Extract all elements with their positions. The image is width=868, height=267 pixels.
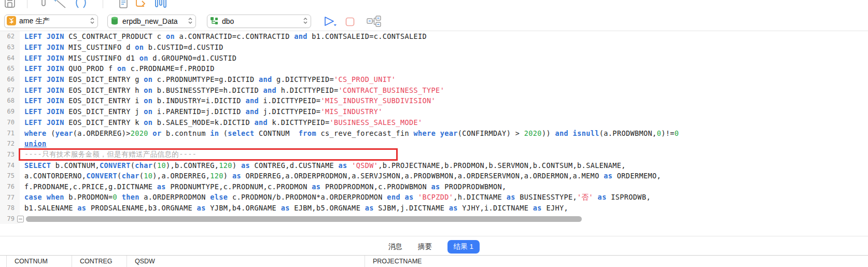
explain-plan-button[interactable] — [366, 16, 382, 30]
toolbar-separator — [103, 0, 103, 8]
line-number: 70 — [0, 117, 20, 128]
stepper-icon — [303, 17, 308, 26]
code-text: LEFT JOIN QUO_PROD f on c.PRODNAME=f.PRO… — [20, 64, 215, 73]
code-line-62[interactable]: 62LEFT JOIN CS_CONTRACT_PRODUCT c on a.C… — [0, 31, 868, 42]
results-table-header: CONTNUMCONTREGQSDWPROJECTNAME — [0, 255, 868, 267]
code-line-67[interactable]: 67LEFT JOIN EOS_DICT_ENTRY h on b.BUSINE… — [0, 85, 868, 95]
schema-icon — [209, 16, 219, 27]
database-value: erpdb_new_Data — [122, 17, 178, 25]
line-number: 76 — [0, 181, 20, 192]
results-tab-3[interactable]: 结果 1 — [447, 240, 480, 254]
horizontal-scrollbar-thumb[interactable] — [26, 216, 582, 222]
run-button[interactable] — [323, 16, 338, 30]
database-icon — [110, 16, 119, 27]
connection-select[interactable]: ame 生产 — [4, 15, 98, 28]
line-number: 73 — [0, 149, 20, 160]
code-fold-toggle[interactable] — [17, 216, 24, 222]
pin-icon[interactable] — [37, 0, 50, 9]
code-line-75[interactable]: 75a.CONTORDERNO,CONVERT(char(10),a.ORDER… — [0, 171, 868, 181]
sql-editor-window: ame 生产 erpdb_new_Data dbo — [0, 0, 868, 267]
histogram-icon[interactable] — [153, 0, 166, 9]
code-line-79[interactable]: 79 — [0, 214, 868, 224]
connection-value: ame 生产 — [19, 17, 50, 26]
code-text: b1.SALENAME as PRODSALENAME,b3.ORGNAME a… — [20, 204, 568, 212]
results-tab-1[interactable]: 消息 — [388, 242, 402, 251]
schema-select[interactable]: dbo — [207, 15, 311, 28]
code-text: where (year(a.ORDERREG)>2020 or b.contnu… — [20, 129, 679, 137]
stop-button[interactable] — [345, 17, 355, 29]
code-line-69[interactable]: 69LEFT JOIN EOS_DICT_ENTRY j on i.PARENT… — [0, 106, 868, 117]
code-text: LEFT JOIN EOS_DICT_ENTRY j on i.PARENTID… — [20, 107, 383, 116]
line-number: 71 — [0, 128, 20, 138]
line-number: 74 — [0, 160, 20, 171]
code-text: LEFT JOIN MIS_CUSTINFO d on b.CUSTID=d.C… — [20, 43, 223, 51]
editor-lines: 62LEFT JOIN CS_CONTRACT_PRODUCT c on a.C… — [0, 31, 868, 224]
code-text: SELECT b.CONTNUM,CONVERT(char(10),b.CONT… — [20, 161, 626, 170]
code-text: a.CONTORDERNO,CONVERT(char(10),a.ORDERRE… — [20, 172, 661, 180]
line-number: 69 — [0, 106, 20, 117]
toolbar-icon-strip — [0, 0, 868, 10]
code-line-72[interactable]: 72union — [0, 138, 868, 149]
line-number: 66 — [0, 74, 20, 85]
results-tab-bar: 消息摘要结果 1 — [0, 239, 868, 255]
save-icon[interactable] — [4, 0, 16, 9]
code-editor[interactable]: 62LEFT JOIN CS_CONTRACT_PRODUCT c on a.C… — [0, 31, 868, 224]
line-number: 62 — [0, 31, 20, 42]
line-number: 77 — [0, 192, 20, 203]
magic-wand-icon[interactable] — [53, 0, 65, 9]
schema-value: dbo — [222, 17, 234, 25]
code-text: LEFT JOIN EOS_DICT_ENTRY i on b.INDUSTRY… — [20, 96, 436, 105]
code-line-63[interactable]: 63LEFT JOIN MIS_CUSTINFO d on b.CUSTID=d… — [0, 42, 868, 53]
code-line-74[interactable]: 74SELECT b.CONTNUM,CONVERT(char(10),b.CO… — [0, 160, 868, 171]
code-text: ----只有技术服务金额，但是有赠送产品信息的---- — [20, 150, 197, 159]
connection-icon — [7, 16, 16, 27]
code-line-70[interactable]: 70LEFT JOIN EOS_DICT_ENTRY k on b.SALES_… — [0, 117, 868, 128]
format-parentheses-icon[interactable] — [74, 0, 86, 9]
code-line-66[interactable]: 66LEFT JOIN EOS_DICT_ENTRY g on c.PRODNU… — [0, 74, 868, 85]
code-text: union — [20, 139, 47, 148]
stepper-icon — [188, 17, 193, 26]
stepper-icon — [90, 17, 95, 26]
code-line-65[interactable]: 65LEFT JOIN QUO_PROD f on c.PRODNAME=f.P… — [0, 63, 868, 74]
code-line-77[interactable]: 77case when b.PRODMON=0 then a.ORDERPROD… — [0, 192, 868, 203]
column-header-qsdw[interactable]: QSDW — [127, 256, 365, 267]
document-icon[interactable] — [117, 0, 130, 9]
code-text: LEFT JOIN EOS_DICT_ENTRY g on c.PRODNUMT… — [20, 75, 396, 83]
line-number: 67 — [0, 85, 20, 95]
line-number: 63 — [0, 42, 20, 53]
code-text: LEFT JOIN MIS_CUSTINFO d1 on d.GROUPNO=d… — [20, 54, 236, 62]
column-header-projectname[interactable]: PROJECTNAME — [365, 256, 868, 267]
code-line-73[interactable]: 73----只有技术服务金额，但是有赠送产品信息的---- — [0, 149, 868, 160]
code-line-68[interactable]: 68LEFT JOIN EOS_DICT_ENTRY i on b.INDUST… — [0, 95, 868, 106]
column-header-contreg[interactable]: CONTREG — [72, 256, 127, 267]
row-number-gutter — [0, 256, 7, 267]
toolbar-separator — [27, 0, 27, 8]
line-number: 65 — [0, 63, 20, 74]
code-text: case when b.PRODMON=0 then a.ORDERPRODMO… — [20, 193, 651, 202]
database-select[interactable]: erpdb_new_Data — [107, 15, 196, 28]
line-number: 72 — [0, 138, 20, 149]
column-header-contnum[interactable]: CONTNUM — [7, 256, 72, 267]
code-text: LEFT JOIN CS_CONTRACT_PRODUCT c on a.CON… — [20, 32, 427, 40]
line-number: 64 — [0, 52, 20, 63]
code-text: LEFT JOIN EOS_DICT_ENTRY h on b.BUSINESS… — [20, 86, 444, 94]
line-number: 75 — [0, 171, 20, 181]
code-text: f.PRODNAME,c.PRICE,g.DICTNAME as PRODNUM… — [20, 182, 507, 191]
code-line-71[interactable]: 71where (year(a.ORDERREG)>2020 or b.cont… — [0, 128, 868, 138]
code-line-64[interactable]: 64LEFT JOIN MIS_CUSTINFO d1 on d.GROUPNO… — [0, 52, 868, 63]
results-tab-2[interactable]: 摘要 — [418, 242, 432, 251]
line-number: 68 — [0, 95, 20, 106]
code-line-78[interactable]: 78b1.SALENAME as PRODSALENAME,b3.ORGNAME… — [0, 203, 868, 214]
line-number: 78 — [0, 203, 20, 214]
editor-bottom-divider — [0, 236, 868, 236]
code-text: LEFT JOIN EOS_DICT_ENTRY k on b.SALES_MO… — [20, 118, 423, 127]
redo-arrow-icon[interactable] — [134, 0, 146, 9]
code-line-76[interactable]: 76f.PRODNAME,c.PRICE,g.DICTNAME as PRODN… — [0, 181, 868, 192]
